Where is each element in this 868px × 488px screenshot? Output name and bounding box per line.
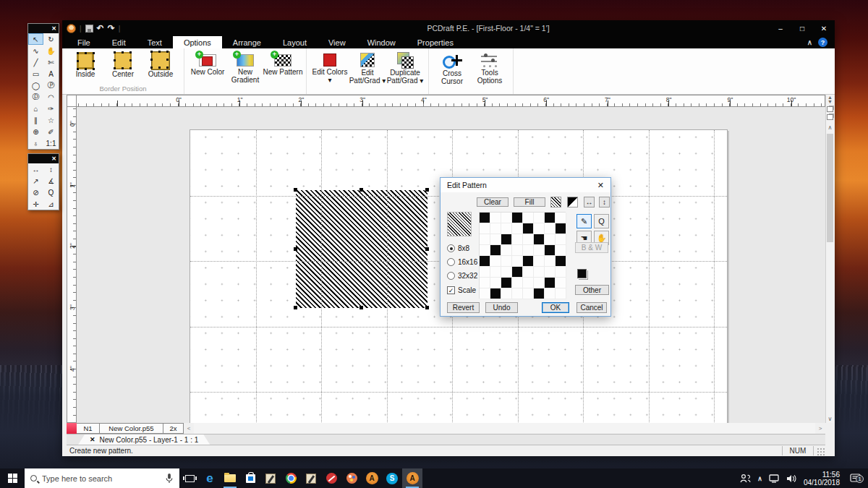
scale-checkbox-row[interactable]: ✓ Scale (447, 286, 476, 294)
other-button[interactable]: Other (575, 285, 609, 295)
symbol-target-tool[interactable]: ⊕ (28, 126, 43, 137)
pattern-cell-0-1[interactable] (490, 213, 501, 223)
pattern-cell-3-3[interactable] (512, 245, 523, 256)
selection-handle[interactable] (425, 247, 429, 251)
pattern-cell-6-6[interactable] (545, 278, 556, 288)
pattern-cell-2-4[interactable] (523, 234, 534, 245)
layer-cell-document[interactable]: New Color.p55 (100, 423, 163, 434)
taskbar-red-tool[interactable] (321, 468, 341, 488)
arc-tool[interactable]: ◠ (43, 91, 59, 103)
page-copy-icon[interactable] (827, 106, 833, 112)
ribbon-duplicate-patt-grad-button[interactable]: DuplicatePatt/Grad ▾ (386, 48, 424, 85)
zigzag-line-tool[interactable]: ∿ (28, 45, 43, 56)
pattern-cell-0-7[interactable] (556, 213, 566, 223)
flip-vertical-button[interactable]: ↕ (599, 197, 610, 207)
radio-32x32[interactable]: 32x32 (447, 272, 477, 280)
pattern-cell-0-3[interactable] (512, 213, 523, 223)
selection-handle[interactable] (294, 188, 297, 192)
fill-button[interactable]: Fill (514, 197, 545, 207)
minimize-button[interactable]: – (770, 20, 791, 36)
pattern-cell-0-2[interactable] (501, 213, 512, 223)
pattern-cell-4-2[interactable] (501, 256, 512, 267)
layer-cell-n1[interactable]: N1 (77, 423, 100, 434)
selection-handle[interactable] (294, 247, 297, 251)
selection-handle[interactable] (425, 306, 429, 309)
menu-properties[interactable]: Properties (407, 36, 464, 48)
pattern-cell-1-4[interactable] (523, 223, 534, 234)
scroll-up-arrow[interactable]: ∧ (826, 124, 834, 131)
taskbar-skype[interactable]: S (382, 468, 402, 488)
ribbon-outside-button[interactable]: Outside (142, 48, 179, 85)
pattern-cell-3-1[interactable] (490, 245, 501, 256)
pattern-cell-2-0[interactable] (480, 234, 490, 245)
taskbar-store[interactable] (240, 468, 260, 488)
undo-button[interactable]: Undo (485, 302, 518, 313)
help-button[interactable]: ? (818, 38, 827, 47)
pattern-cell-1-0[interactable] (480, 223, 490, 234)
eyedropper-tool[interactable]: ✐ (43, 126, 59, 137)
pattern-cell-7-1[interactable] (490, 288, 501, 299)
cancel-button[interactable]: Cancel (576, 302, 607, 313)
parallel-polygon-tool[interactable]: Ⓟ (43, 80, 59, 91)
text-tool[interactable]: A (43, 68, 59, 80)
zoom-in-tool[interactable]: Q (43, 187, 59, 198)
save-icon[interactable] (85, 25, 93, 33)
pattern-cell-7-5[interactable] (534, 288, 545, 299)
dialog-titlebar[interactable]: Edit Pattern ✕ (441, 178, 610, 192)
document-tab[interactable]: ✕ New Color.p55 - Layer-1 - 1 : 1 (78, 435, 210, 445)
pattern-cell-3-7[interactable] (556, 245, 566, 256)
pattern-cell-4-3[interactable] (512, 256, 523, 267)
people-icon[interactable] (740, 474, 751, 483)
pattern-cell-0-6[interactable] (545, 213, 556, 223)
pattern-cell-1-5[interactable] (534, 223, 545, 234)
tab-close-icon[interactable]: ✕ (90, 436, 95, 443)
leader-dimension-tool[interactable]: ↗ (28, 175, 43, 187)
scroll-down-arrow[interactable]: ∨ (826, 416, 834, 422)
layer-cell-zoom[interactable]: 2x (163, 423, 184, 434)
menu-file[interactable]: File (67, 36, 101, 48)
ribbon-edit-colors-button[interactable]: Edit Colors▾ (311, 48, 349, 85)
menu-window[interactable]: Window (357, 36, 407, 48)
pin-tool[interactable]: ♁ (28, 137, 43, 149)
selection-handle[interactable] (359, 188, 363, 192)
taskbar-pcdraft[interactable]: A (362, 468, 382, 488)
pattern-cell-3-2[interactable] (501, 245, 512, 256)
taskbar-chrome[interactable] (281, 468, 301, 488)
search-input[interactable] (42, 474, 160, 483)
pattern-cell-7-3[interactable] (512, 288, 523, 299)
taskbar-draft-app-1[interactable] (260, 468, 281, 488)
pattern-cell-5-3[interactable] (512, 267, 523, 278)
page-copy-icon-2[interactable] (827, 114, 833, 120)
pattern-cell-7-2[interactable] (501, 288, 512, 299)
ribbon-new-color-button[interactable]: New Color (189, 48, 226, 85)
pattern-cell-0-0[interactable] (480, 213, 490, 223)
pattern-cell-5-2[interactable] (501, 267, 512, 278)
ribbon-inside-button[interactable]: Inside (67, 48, 104, 85)
bw-button[interactable]: B & W (575, 242, 608, 253)
taskbar-paint[interactable] (341, 468, 362, 488)
hatch-pattern-button[interactable] (550, 197, 561, 207)
taskbar-draft-app-2[interactable] (301, 468, 321, 488)
pattern-cell-5-1[interactable] (490, 267, 501, 278)
invert-pattern-button[interactable] (567, 197, 578, 207)
center-mark-tool[interactable]: ✛ (28, 198, 43, 210)
pencil-tool[interactable]: ✎ (576, 214, 592, 228)
vertical-scrollbar[interactable]: ▲▼ ∧ ∨ (825, 95, 834, 423)
ribbon-new-pattern-button[interactable]: New Pattern (264, 48, 302, 85)
pattern-cell-7-7[interactable] (556, 288, 566, 299)
pattern-cell-1-7[interactable] (556, 223, 566, 234)
ribbon-tools-options-button[interactable]: ToolsOptions (471, 48, 509, 85)
pattern-cell-6-3[interactable] (512, 278, 523, 288)
pattern-cell-3-4[interactable] (523, 245, 534, 256)
dialog-close-icon[interactable]: ✕ (597, 181, 604, 190)
tray-clock[interactable]: 11:56 04/10/2018 (804, 471, 840, 487)
task-view-button[interactable] (179, 468, 200, 488)
pattern-cell-1-6[interactable] (545, 223, 556, 234)
network-icon[interactable] (769, 474, 780, 483)
pattern-cell-4-4[interactable] (523, 256, 534, 267)
pattern-cell-6-1[interactable] (490, 278, 501, 288)
pattern-cell-0-5[interactable] (534, 213, 545, 223)
pattern-edit-grid[interactable] (479, 212, 566, 299)
pattern-cell-6-7[interactable] (556, 278, 566, 288)
ribbon-new-gradient-button[interactable]: NewGradient (226, 48, 264, 85)
